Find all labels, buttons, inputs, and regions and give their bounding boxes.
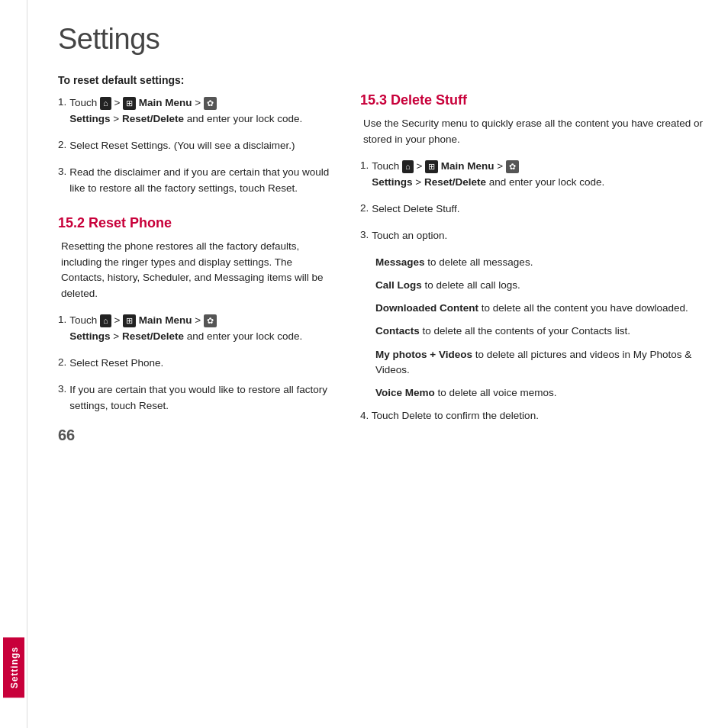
home-icon: ⌂ <box>402 160 414 173</box>
step-content: Touch ⌂ > ⊞ Main Menu > ✿ Settings > Res… <box>69 313 302 345</box>
home-icon: ⌂ <box>100 97 111 110</box>
left-step-2: 2. Select Reset Settings. (You will see … <box>58 138 333 154</box>
step-content: Select Reset Phone. <box>69 356 163 372</box>
sidebar: Settings <box>0 0 27 728</box>
left-step-1: 1. Touch ⌂ > ⊞ Main Menu > ✿ Settings > … <box>58 95 333 127</box>
sidebar-tab: Settings <box>3 637 24 697</box>
right-column: 15.3 Delete Stuff Use the Security menu … <box>360 74 705 713</box>
step-num: 3. <box>360 228 369 244</box>
main-menu-icon: ⊞ <box>123 97 136 110</box>
right-step-3: 3. Touch an option. <box>360 228 705 244</box>
main-menu-icon: ⊞ <box>425 160 438 173</box>
page-number: 66 <box>58 427 75 444</box>
reset-default-heading: To reset default settings: <box>58 74 333 86</box>
right-step-2: 2. Select Delete Stuff. <box>360 201 705 217</box>
step-content: Select Delete Stuff. <box>372 201 459 217</box>
step-content: Touch an option. <box>372 228 447 244</box>
contacts-label: Contacts <box>375 325 420 337</box>
voice-memo-label: Voice Memo <box>375 387 435 398</box>
step-num: 2. <box>58 138 66 154</box>
columns: To reset default settings: 1. Touch ⌂ > … <box>58 74 705 713</box>
step-content: Select Reset Settings. (You will see a d… <box>69 138 295 154</box>
main-menu-label: Main Menu <box>441 160 494 172</box>
step-content: 4. Touch Delete to confirm the deletion. <box>360 408 539 424</box>
step-num: 1. <box>360 159 369 191</box>
downloaded-content-label: Downloaded Content <box>375 302 478 314</box>
call-logs-label: Call Logs <box>375 279 422 291</box>
page-title: Settings <box>58 23 705 56</box>
step-num: 1. <box>58 95 66 127</box>
reset-delete-label: Reset/Delete <box>122 113 184 124</box>
right-step-1: 1. Touch ⌂ > ⊞ Main Menu > ✿ Settings > … <box>360 159 705 191</box>
home-icon: ⌂ <box>100 314 111 327</box>
step-num: 1. <box>58 313 66 345</box>
reset-delete-label: Reset/Delete <box>122 330 184 342</box>
subsection-153-intro: Use the Security menu to quickly erase a… <box>360 116 705 148</box>
subsection-152-title: 15.2 Reset Phone <box>58 215 333 231</box>
step-num: 3. <box>58 382 66 414</box>
reset-delete-label: Reset/Delete <box>424 176 486 188</box>
settings-icon: ✿ <box>506 160 519 173</box>
left-sub-step-1: 1. Touch ⌂ > ⊞ Main Menu > ✿ Settings > … <box>58 313 333 345</box>
settings-label: Settings <box>372 176 412 188</box>
option-call-logs: Call Logs to delete all call logs. <box>375 278 705 293</box>
step-num: 3. <box>58 165 66 197</box>
option-contacts: Contacts to delete all the contents of y… <box>375 324 705 339</box>
option-voice-memo: Voice Memo to delete all voice memos. <box>375 385 705 401</box>
left-sub-step-2: 2. Select Reset Phone. <box>58 356 333 372</box>
step-content: Touch ⌂ > ⊞ Main Menu > ✿ Settings > Res… <box>69 95 302 127</box>
right-step-4: 4. Touch Delete to confirm the deletion. <box>360 408 705 424</box>
settings-icon: ✿ <box>204 97 217 110</box>
left-sub-step-3: 3. If you are certain that you would lik… <box>58 382 333 414</box>
main-content: Settings To reset default settings: 1. T… <box>27 0 728 728</box>
left-column: To reset default settings: 1. Touch ⌂ > … <box>58 74 333 713</box>
settings-label: Settings <box>69 113 110 124</box>
settings-icon: ✿ <box>204 314 217 327</box>
page-footer: 66 <box>58 427 333 444</box>
main-menu-icon: ⊞ <box>123 314 136 327</box>
step-content: Read the disclaimer and if you are certa… <box>69 165 333 197</box>
main-menu-label: Main Menu <box>139 314 192 326</box>
main-menu-label: Main Menu <box>139 97 192 108</box>
option-downloaded-content: Downloaded Content to delete all the con… <box>375 301 705 316</box>
step-num: 2. <box>360 201 369 217</box>
step-num: 2. <box>58 356 66 372</box>
option-messages: Messages to delete all messages. <box>375 255 705 270</box>
step-content: Touch ⌂ > ⊞ Main Menu > ✿ Settings > Res… <box>372 159 604 191</box>
delete-options-list: Messages to delete all messages. Call Lo… <box>360 255 705 401</box>
my-photos-label: My photos + Videos <box>375 349 472 360</box>
settings-label: Settings <box>69 330 110 342</box>
subsection-152-intro: Resetting the phone restores all the fac… <box>58 239 333 303</box>
step-content: If you are certain that you would like t… <box>69 382 333 414</box>
left-step-3: 3. Read the disclaimer and if you are ce… <box>58 165 333 197</box>
subsection-153-title: 15.3 Delete Stuff <box>360 92 705 108</box>
option-my-photos: My photos + Videos to delete all picture… <box>375 347 705 378</box>
messages-label: Messages <box>375 256 425 268</box>
